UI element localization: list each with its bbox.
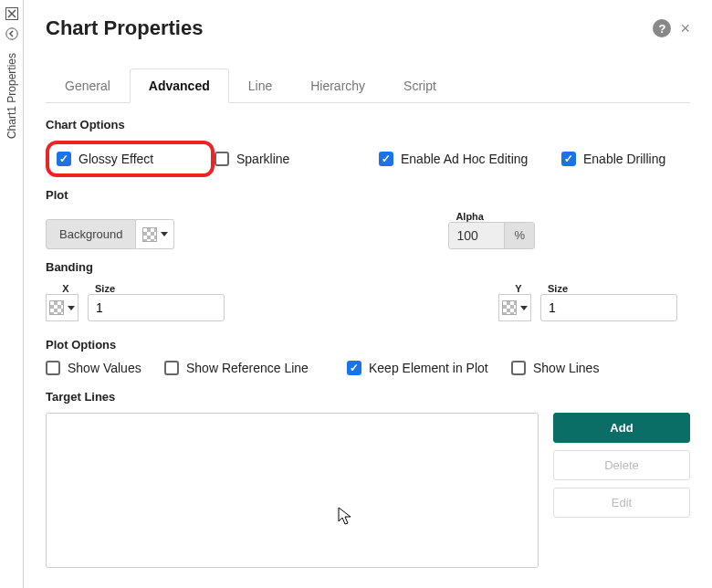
drilling-checkbox[interactable]: Enable Drilling xyxy=(561,152,698,166)
glossy-effect-checkbox[interactable]: Glossy Effect xyxy=(57,152,153,166)
help-icon[interactable]: ? xyxy=(653,19,671,37)
edit-button[interactable]: Edit xyxy=(553,488,690,518)
close-panel-icon[interactable] xyxy=(4,5,20,22)
checkbox-icon xyxy=(561,152,576,166)
section-target-lines-label: Target Lines xyxy=(46,390,690,404)
glossy-highlight: Glossy Effect xyxy=(46,141,215,177)
alpha-group: Alpha % xyxy=(448,211,535,249)
plot-row: Background Alpha % xyxy=(46,211,690,249)
tab-advanced[interactable]: Advanced xyxy=(130,68,229,103)
properties-panel: Chart Properties ? × General Advanced Li… xyxy=(24,0,712,588)
transparent-swatch-icon xyxy=(142,227,157,242)
checkbox-icon xyxy=(164,361,179,375)
alpha-unit: % xyxy=(504,223,534,248)
banding-y-size-label: Size xyxy=(548,283,677,294)
glossy-label: Glossy Effect xyxy=(79,152,153,166)
banding-y-size-input[interactable] xyxy=(540,294,677,321)
target-lines-list[interactable] xyxy=(46,413,539,568)
background-button[interactable]: Background xyxy=(46,219,136,249)
banding-x-dropdown[interactable] xyxy=(46,294,79,321)
keep-element-checkbox[interactable]: Keep Element in Plot xyxy=(347,361,511,375)
section-plot-label: Plot xyxy=(46,188,690,202)
target-lines-area: Add Delete Edit xyxy=(46,413,690,568)
section-chart-options-label: Chart Options xyxy=(46,118,690,131)
chart-options-row: Glossy Effect Sparkline Enable Ad Hoc Ed… xyxy=(46,141,690,177)
show-values-checkbox[interactable]: Show Values xyxy=(46,361,164,375)
drilling-label: Enable Drilling xyxy=(583,152,665,166)
keep-elem-label: Keep Element in Plot xyxy=(369,361,488,375)
background-picker[interactable]: Background xyxy=(46,219,174,249)
tab-script[interactable]: Script xyxy=(384,68,455,103)
plot-options-row: Show Values Show Reference Line Keep Ele… xyxy=(46,361,690,375)
chevron-down-icon xyxy=(68,306,75,310)
banding-x-size-label: Size xyxy=(95,283,225,294)
left-rail: Chart1 Properties xyxy=(0,0,24,588)
adhoc-checkbox[interactable]: Enable Ad Hoc Editing xyxy=(379,152,561,166)
checkbox-icon xyxy=(215,152,229,166)
sparkline-checkbox[interactable]: Sparkline xyxy=(215,152,379,166)
svg-point-1 xyxy=(5,28,16,39)
checkbox-icon xyxy=(511,361,526,375)
show-lines-label: Show Lines xyxy=(533,361,599,375)
panel-title: Chart Properties xyxy=(46,16,203,40)
checkbox-icon xyxy=(57,152,71,166)
ref-line-label: Show Reference Line xyxy=(186,361,309,375)
target-lines-buttons: Add Delete Edit xyxy=(553,413,690,568)
show-values-label: Show Values xyxy=(68,361,141,375)
sparkline-label: Sparkline xyxy=(236,152,289,166)
tab-hierarchy[interactable]: Hierarchy xyxy=(291,68,384,103)
close-icon[interactable]: × xyxy=(680,19,690,38)
back-icon[interactable] xyxy=(4,26,20,42)
alpha-label: Alpha xyxy=(455,211,535,222)
chevron-down-icon xyxy=(161,232,168,236)
tabs-bar: General Advanced Line Hierarchy Script xyxy=(46,68,690,103)
panel-header: Chart Properties ? × xyxy=(46,16,690,40)
tab-general[interactable]: General xyxy=(46,68,130,103)
alpha-input[interactable] xyxy=(449,223,504,248)
show-lines-checkbox[interactable]: Show Lines xyxy=(511,361,639,375)
banding-x-label: X xyxy=(53,283,79,294)
checkbox-icon xyxy=(379,152,393,166)
transparent-swatch-icon xyxy=(49,300,64,315)
banding-row: X Size Y Size xyxy=(46,283,690,321)
add-button[interactable]: Add xyxy=(553,413,690,443)
banding-y-dropdown[interactable] xyxy=(498,294,531,321)
banding-x-col: X Size xyxy=(46,283,225,321)
transparent-swatch-icon xyxy=(502,300,517,315)
tab-line[interactable]: Line xyxy=(229,68,291,103)
chevron-down-icon xyxy=(520,306,528,310)
show-reference-line-checkbox[interactable]: Show Reference Line xyxy=(164,361,347,375)
section-banding-label: Banding xyxy=(46,260,690,274)
checkbox-icon xyxy=(46,361,60,375)
section-plot-options-label: Plot Options xyxy=(46,338,690,352)
banding-x-size-input[interactable] xyxy=(88,294,225,321)
background-swatch[interactable] xyxy=(136,219,174,249)
adhoc-label: Enable Ad Hoc Editing xyxy=(401,152,528,166)
delete-button[interactable]: Delete xyxy=(553,450,690,480)
banding-y-col: Y Size xyxy=(498,283,677,321)
banding-y-label: Y xyxy=(506,283,531,294)
checkbox-icon xyxy=(347,361,361,375)
rail-title: Chart1 Properties xyxy=(5,53,18,139)
